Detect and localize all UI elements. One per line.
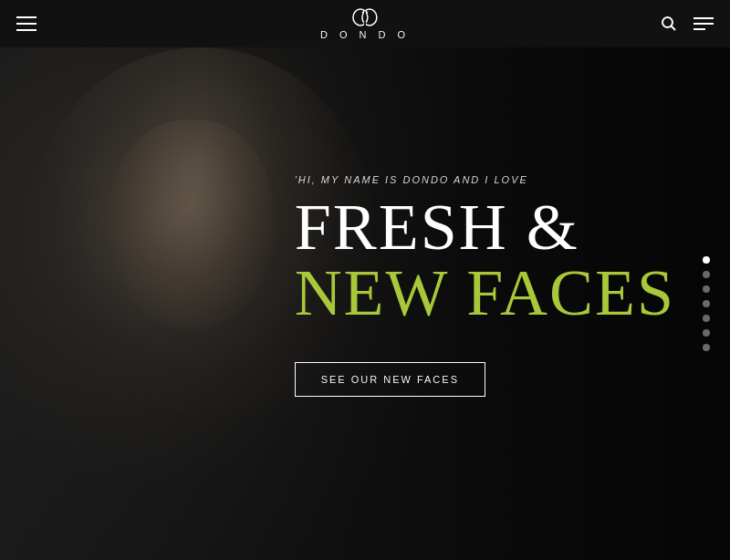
dot-nav-item-3[interactable] — [703, 285, 710, 293]
nav-toggle-left[interactable] — [16, 16, 36, 31]
cta-button[interactable]: SEE OUR NEW FACES — [295, 362, 485, 397]
logo-text: D O N D O — [320, 29, 410, 40]
header-actions — [661, 16, 714, 32]
hero-content: 'HI, MY NAME IS DONDO AND I LOVE FRESH &… — [295, 174, 675, 397]
hero-title-line2: NEW FACES — [295, 260, 675, 326]
dot-nav-item-7[interactable] — [703, 344, 710, 351]
hamburger-left-icon[interactable] — [16, 16, 36, 31]
dot-nav-item-2[interactable] — [703, 271, 710, 278]
logo[interactable]: D O N D O — [320, 7, 410, 40]
hero-cta: SEE OUR NEW FACES — [295, 362, 675, 397]
dot-nav-item-5[interactable] — [703, 315, 710, 322]
dot-navigation — [703, 256, 710, 351]
dot-nav-item-6[interactable] — [703, 329, 710, 337]
header: D O N D O — [0, 0, 730, 47]
menu-button[interactable] — [694, 17, 714, 30]
search-button[interactable] — [661, 16, 677, 32]
hero-title: FRESH & NEW FACES — [295, 194, 675, 326]
svg-line-6 — [672, 26, 676, 31]
dot-nav-item-1[interactable] — [703, 256, 710, 264]
search-icon — [661, 16, 677, 32]
hero-title-line1: FRESH & — [295, 194, 675, 260]
svg-point-5 — [662, 17, 673, 27]
logo-icon — [351, 7, 379, 27]
hero-section: 'HI, MY NAME IS DONDO AND I LOVE FRESH &… — [0, 47, 730, 560]
dot-nav-item-4[interactable] — [703, 300, 710, 307]
hero-subtitle: 'HI, MY NAME IS DONDO AND I LOVE — [295, 174, 675, 185]
